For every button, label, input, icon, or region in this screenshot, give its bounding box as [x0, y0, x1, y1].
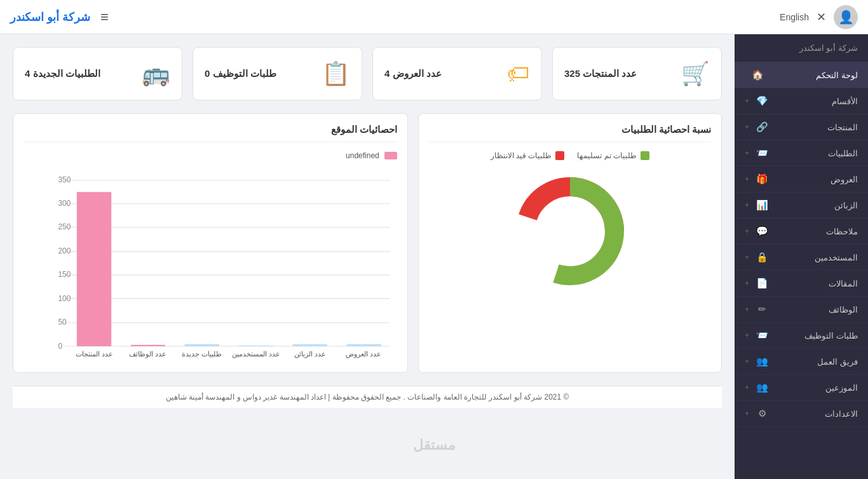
footer-text: © 2021 شركة أبو اسكندر للتجارة العامة وا…: [166, 393, 569, 401]
sidebar-item-articles[interactable]: المقالات 📄 +: [735, 271, 868, 297]
pending-dot: [555, 151, 564, 160]
sidebar: شركة أبو اسكندر لوحة التحكم 🏠 الأقسام 💎 …: [735, 34, 868, 479]
sidebar-item-dashboard[interactable]: لوحة التحكم 🏠: [735, 62, 868, 88]
articles-icon: 📄: [756, 278, 768, 289]
language-button[interactable]: English: [780, 12, 809, 22]
settings-icon: ⚙: [756, 408, 768, 419]
bar-new-orders: [185, 344, 219, 346]
company-name: شركة أبو اسكندر: [10, 10, 90, 24]
svg-text:0: 0: [58, 342, 62, 351]
sidebar-item-team[interactable]: فريق العمل 👥 +: [735, 349, 868, 375]
sidebar-item-settings[interactable]: الاعدادات ⚙ +: [735, 401, 868, 427]
products-icon: 🔗: [756, 121, 768, 133]
main-content: 🛒 عدد المنتجات 325 🏷 عدد العروض 4 📋 طلبا…: [0, 34, 735, 479]
offers-stat-icon: 🏷: [507, 60, 530, 87]
legend-item-pending: طلبيات قيد الانتظار: [491, 151, 565, 160]
svg-text:350: 350: [58, 175, 71, 184]
bar-chart-wrap: undefined: [24, 151, 397, 362]
svg-text:عدد المنتجات: عدد المنتجات: [76, 350, 113, 358]
bar-products: [77, 192, 111, 346]
products-stat-label: عدد المنتجات 325: [564, 68, 637, 79]
job-requests-icon: 📨: [756, 330, 768, 341]
svg-text:عدد المستخدمين: عدد المستخدمين: [232, 350, 280, 358]
stat-cards: 🛒 عدد المنتجات 325 🏷 عدد العروض 4 📋 طلبا…: [13, 47, 722, 100]
language-label: English: [780, 12, 809, 22]
distributors-icon: 👥: [756, 382, 768, 393]
svg-text:عدد الوظائف: عدد الوظائف: [129, 350, 166, 358]
svg-text:100: 100: [58, 294, 71, 303]
donut-chart-card: نسبة احصائية الطلبيات طلبيات تم تسليمها …: [418, 113, 722, 373]
stat-card-offers: 🏷 عدد العروض 4: [372, 47, 542, 100]
sidebar-item-sections[interactable]: الأقسام 💎 +: [735, 88, 868, 114]
bar-chart-legend: undefined: [24, 151, 397, 160]
notes-icon: 💬: [756, 226, 768, 237]
donut-hole: [536, 197, 604, 266]
bar-legend-label: undefined: [346, 151, 379, 160]
bar-offers: [346, 344, 381, 346]
charts-row: نسبة احصائية الطلبيات طلبيات تم تسليمها …: [13, 113, 722, 373]
avatar: 👤: [834, 5, 858, 29]
header-left: 👤 ✕ English: [780, 5, 858, 29]
bar-jobs: [131, 345, 165, 346]
offers-stat-label: عدد العروض 4: [384, 68, 442, 79]
sidebar-item-visitors[interactable]: الزبائن 📊 +: [735, 192, 868, 219]
svg-text:300: 300: [58, 199, 71, 208]
donut-legend: طلبيات تم تسليمها طلبيات قيد الانتظار: [491, 151, 649, 160]
sidebar-item-notes[interactable]: ملاحظات 💬 +: [735, 219, 868, 245]
bar-users: [239, 346, 273, 346]
dashboard-icon: 🏠: [751, 69, 764, 81]
offers-icon: 🎁: [756, 173, 768, 185]
svg-text:عدد الزيائن: عدد الزيائن: [294, 350, 326, 358]
top-header: 👤 ✕ English ≡ شركة أبو اسكندر: [0, 0, 868, 34]
donut-svg: [506, 168, 634, 295]
sidebar-item-job-requests[interactable]: طلبات التوظيف 📨 +: [735, 323, 868, 349]
footer: © 2021 شركة أبو اسكندر للتجارة العامة وا…: [13, 386, 722, 408]
sidebar-item-jobs[interactable]: الوظائف ✏ +: [735, 297, 868, 323]
products-stat-icon: 🛒: [681, 60, 710, 87]
bar-visitors: [292, 344, 327, 346]
translate-icon: ✕: [817, 10, 826, 24]
donut-container: طلبيات تم تسليمها طلبيات قيد الانتظار: [429, 151, 711, 295]
sidebar-item-users[interactable]: المستخدمين 🔒 +: [735, 245, 868, 271]
stat-card-products: 🛒 عدد المنتجات 325: [552, 47, 722, 100]
layout: شركة أبو اسكندر لوحة التحكم 🏠 الأقسام 💎 …: [0, 34, 868, 479]
orders-icon: 📨: [756, 147, 768, 159]
svg-text:250: 250: [58, 222, 71, 231]
users-icon: 🔒: [756, 252, 768, 263]
new-orders-stat-icon: 🚌: [142, 60, 170, 87]
svg-text:150: 150: [58, 270, 71, 279]
sidebar-item-products[interactable]: المنتجات 🔗 +: [735, 114, 868, 140]
sidebar-company: شركة أبو اسكندر: [735, 34, 868, 62]
jobs-icon: ✏: [756, 304, 768, 315]
new-orders-stat-label: الطلبيات الجديدة 4: [25, 68, 100, 79]
stat-card-job-requests: 📋 طلبات التوظيف 0: [193, 47, 362, 100]
bar-chart-card: احصائيات الموقع undefined: [13, 113, 408, 373]
sidebar-item-distributors[interactable]: الموزعين 👥 +: [735, 375, 868, 401]
hamburger-button[interactable]: ≡: [100, 9, 109, 25]
donut-chart-title: نسبة احصائية الطلبيات: [429, 124, 711, 142]
delivered-dot: [641, 151, 649, 160]
job-requests-stat-icon: 📋: [322, 60, 350, 87]
job-requests-stat-label: طلبات التوظيف 0: [205, 68, 276, 79]
bar-chart-title: احصائيات الموقع: [24, 124, 397, 142]
svg-text:200: 200: [58, 246, 71, 255]
bar-legend-color: [384, 152, 397, 159]
header-right: ≡ شركة أبو اسكندر: [10, 9, 109, 25]
bar-chart-svg: 0 50 100 150 200 250 300 350 عدد المنتجا…: [24, 166, 397, 360]
sidebar-item-offers[interactable]: العروض 🎁 +: [735, 166, 868, 192]
sidebar-item-orders[interactable]: الطلبيات 📨 +: [735, 140, 868, 166]
sections-icon: 💎: [756, 95, 768, 107]
visitors-icon: 📊: [756, 199, 768, 211]
svg-text:عدد العروض: عدد العروض: [346, 350, 381, 358]
svg-text:50: 50: [58, 318, 67, 327]
stat-card-new-orders: 🚌 الطلبيات الجديدة 4: [13, 47, 182, 100]
legend-item-delivered: طلبيات تم تسليمها: [577, 151, 649, 160]
svg-text:طلبيات جديدة: طلبيات جديدة: [182, 350, 222, 358]
team-icon: 👥: [756, 356, 768, 367]
